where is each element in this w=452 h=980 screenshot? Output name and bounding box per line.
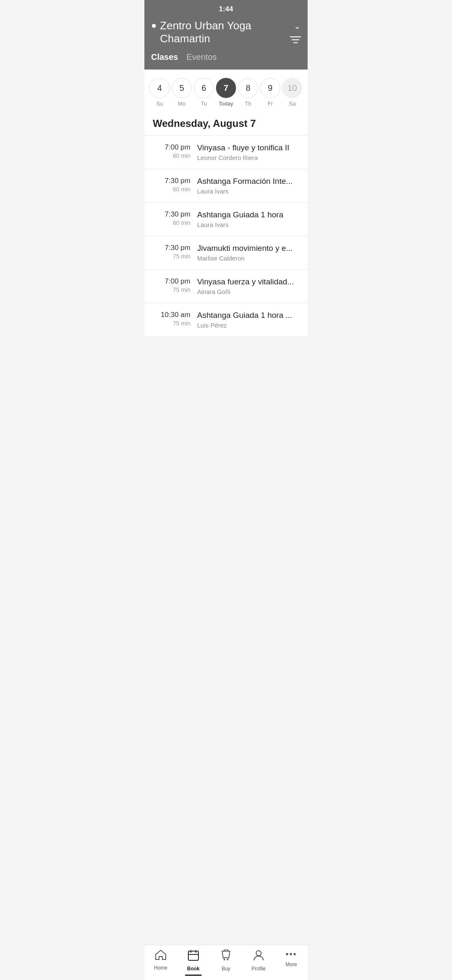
class-item[interactable]: 10:30 am 75 min Ashtanga Guiada 1 hora .… — [144, 303, 308, 337]
calendar-day-5[interactable]: 5 Mo — [172, 78, 192, 107]
class-time-block: 7:30 pm 75 min — [153, 244, 190, 260]
class-time: 7:30 pm — [153, 244, 190, 252]
class-details: Vinyasa - fluye y tonifica II Leonor Cor… — [197, 143, 299, 161]
day-number: 10 — [282, 78, 302, 98]
class-duration: 75 min — [153, 286, 190, 293]
class-time-block: 7:30 pm 60 min — [153, 210, 190, 226]
studio-name-line1: Zentro Urban Yoga — [160, 19, 290, 32]
class-instructor: Leonor Cordero Riera — [197, 154, 299, 161]
calendar-day-10[interactable]: 10 Sa — [282, 78, 302, 107]
class-item[interactable]: 7:00 pm 75 min Vinyasa fuerza y vitalida… — [144, 270, 308, 303]
day-label: Tu — [201, 101, 207, 107]
day-number: 9 — [260, 78, 280, 98]
class-name: Ashtanga Formación Inte... — [197, 177, 299, 186]
location-icon: ● — [151, 20, 157, 31]
class-time: 7:00 pm — [153, 277, 190, 286]
class-time-block: 7:30 pm 60 min — [153, 177, 190, 193]
class-duration: 60 min — [153, 152, 190, 159]
calendar-day-8[interactable]: 8 Th — [238, 78, 258, 107]
class-duration: 75 min — [153, 320, 190, 327]
class-details: Jivamukti movimiento y e... Marlise Cald… — [197, 244, 299, 262]
class-details: Ashtanga Guiada 1 hora Laura Ivars — [197, 210, 299, 228]
calendar-strip: 4 Su 5 Mo 6 Tu 7 Today 8 Th 9 Fr 10 Sa — [144, 70, 308, 113]
class-time-block: 7:00 pm 75 min — [153, 277, 190, 293]
class-list: 7:00 pm 60 min Vinyasa - fluye y tonific… — [144, 136, 308, 337]
calendar-day-4[interactable]: 4 Su — [149, 78, 170, 107]
filter-icon[interactable] — [290, 35, 301, 46]
class-time-block: 7:00 pm 60 min — [153, 143, 190, 159]
day-label: Sa — [289, 101, 296, 107]
class-time-block: 10:30 am 75 min — [153, 311, 190, 327]
class-name: Vinyasa fuerza y vitalidad... — [197, 277, 299, 286]
class-details: Vinyasa fuerza y vitalidad... Ainara Goñ… — [197, 277, 299, 295]
studio-location[interactable]: ● Zentro Urban Yoga Chamartin — [151, 19, 290, 45]
tab-bar: Clases Eventos — [144, 52, 308, 70]
day-number: 8 — [238, 78, 258, 98]
class-instructor: Laura Ivars — [197, 188, 299, 195]
studio-name-line2: Chamartin — [160, 32, 290, 45]
class-time: 10:30 am — [153, 311, 190, 319]
class-details: Ashtanga Guiada 1 hora ... Luis Pérez — [197, 311, 299, 329]
tab-eventos[interactable]: Eventos — [187, 52, 217, 64]
status-bar: 1:44 — [144, 0, 308, 16]
class-item[interactable]: 7:30 pm 60 min Ashtanga Guiada 1 hora La… — [144, 203, 308, 236]
day-number: 5 — [172, 78, 192, 98]
class-time: 7:00 pm — [153, 143, 190, 152]
date-heading: Wednesday, August 7 — [144, 113, 308, 136]
class-item[interactable]: 7:00 pm 60 min Vinyasa - fluye y tonific… — [144, 136, 308, 169]
day-label: Fr — [268, 101, 273, 107]
day-label-today: Today — [219, 101, 234, 107]
class-time: 7:30 pm — [153, 177, 190, 185]
class-name: Ashtanga Guiada 1 hora ... — [197, 311, 299, 320]
tab-clases[interactable]: Clases — [151, 52, 178, 64]
class-duration: 60 min — [153, 219, 190, 226]
class-instructor: Laura Ivars — [197, 221, 299, 228]
studio-info: Zentro Urban Yoga Chamartin — [160, 19, 290, 45]
class-details: Ashtanga Formación Inte... Laura Ivars — [197, 177, 299, 195]
class-duration: 60 min — [153, 186, 190, 193]
class-time: 7:30 pm — [153, 210, 190, 219]
day-label: Su — [156, 101, 163, 107]
day-label: Th — [245, 101, 251, 107]
class-item[interactable]: 7:30 pm 75 min Jivamukti movimiento y e.… — [144, 236, 308, 270]
app-header: ● Zentro Urban Yoga Chamartin ⌄ — [144, 16, 308, 52]
day-number: 6 — [194, 78, 214, 98]
class-name: Ashtanga Guiada 1 hora — [197, 210, 299, 219]
chevron-down-icon[interactable]: ⌄ — [294, 21, 301, 31]
class-instructor: Luis Pérez — [197, 322, 299, 329]
class-duration: 75 min — [153, 253, 190, 260]
class-name: Jivamukti movimiento y e... — [197, 244, 299, 253]
calendar-day-9[interactable]: 9 Fr — [260, 78, 280, 107]
day-number: 7 — [216, 78, 236, 98]
calendar-day-7-today[interactable]: 7 Today — [216, 78, 236, 107]
status-time: 1:44 — [219, 5, 233, 13]
calendar-day-6[interactable]: 6 Tu — [194, 78, 214, 107]
header-actions: ⌄ — [290, 19, 301, 46]
day-label: Mo — [178, 101, 185, 107]
class-instructor: Ainara Goñi — [197, 288, 299, 295]
class-name: Vinyasa - fluye y tonifica II — [197, 143, 299, 152]
class-item[interactable]: 7:30 pm 60 min Ashtanga Formación Inte..… — [144, 169, 308, 203]
day-number: 4 — [149, 78, 170, 98]
class-instructor: Marlise Calderon — [197, 255, 299, 262]
